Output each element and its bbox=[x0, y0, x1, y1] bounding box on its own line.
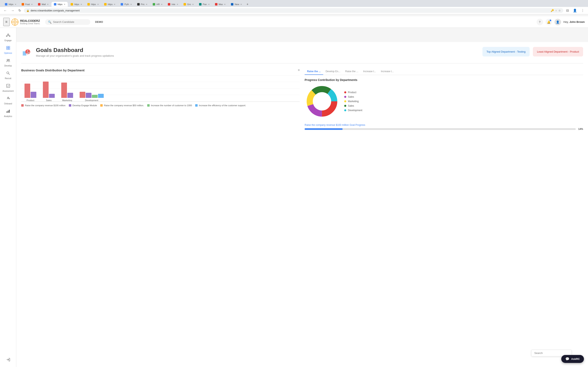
hamburger-menu[interactable]: ≡ bbox=[3, 18, 9, 26]
tab-1[interactable]: https ✕ bbox=[2, 2, 19, 7]
sidebar-item-develop[interactable]: Develop bbox=[0, 56, 16, 69]
svg-rect-13 bbox=[8, 48, 10, 50]
address-bar-row: ← → ↻ 🔒 demo.rcteambuilder.com/goals_man… bbox=[0, 7, 588, 14]
progress-percentage: 14% bbox=[578, 128, 583, 131]
top-dept-card: Top Aligned Department - Testing bbox=[483, 47, 530, 57]
progress-label: Raise the company revenue $100 million G… bbox=[305, 124, 583, 126]
sidebar-item-assessment[interactable]: Assessment bbox=[0, 82, 16, 94]
svg-point-2 bbox=[14, 21, 16, 23]
bar-dev-blue bbox=[98, 94, 104, 98]
goal-tab-1[interactable]: Develop En... bbox=[323, 68, 343, 75]
notification-dot bbox=[550, 20, 551, 21]
donut-section: Product Sales Marketing Sales bbox=[305, 84, 583, 119]
tab-6[interactable]: https ✕ bbox=[85, 2, 101, 7]
sidebar-item-optimize[interactable]: Optimize bbox=[0, 44, 16, 56]
legend-dot-sales-dark bbox=[344, 105, 346, 107]
search-bar[interactable]: 🔍 bbox=[45, 19, 90, 25]
tab-7[interactable]: https ✕ bbox=[102, 2, 118, 7]
onboard-icon bbox=[6, 96, 10, 102]
tab-pric[interactable]: Pric ✕ bbox=[135, 2, 150, 7]
bar-dev-purple bbox=[86, 93, 91, 98]
address-bar[interactable]: 🔒 demo.rcteambuilder.com/goals_managemen… bbox=[24, 8, 563, 13]
department-cards: Top Aligned Department - Testing Least A… bbox=[483, 47, 583, 57]
forward-button[interactable]: → bbox=[10, 8, 16, 13]
bar-dev-green bbox=[92, 95, 98, 98]
logo-text: REALCODERZ Building Great Teams. bbox=[20, 19, 40, 25]
tab-new[interactable]: New ✕ bbox=[228, 2, 244, 7]
progress-track bbox=[305, 128, 576, 130]
goal-tabs: Raise the ... Develop En... Raise the ..… bbox=[305, 68, 583, 75]
bar-group-marketing bbox=[61, 83, 73, 98]
chart-title: Business Goals Distribution by Departmen… bbox=[21, 68, 85, 72]
legend-dot-sales bbox=[344, 96, 346, 98]
askrc-button[interactable]: 💬 AskRC bbox=[561, 355, 584, 363]
bar-chart-section: Business Goals Distribution by Departmen… bbox=[21, 68, 300, 131]
goal-tab-2[interactable]: Raise the ... bbox=[343, 68, 361, 75]
bar-group-development bbox=[80, 92, 104, 98]
donut-title: Progress Contribution by Departments bbox=[305, 78, 583, 82]
sidebar-item-engage[interactable]: Engage bbox=[0, 31, 16, 44]
svg-rect-20 bbox=[8, 110, 9, 113]
sidebar-item-onboard[interactable]: Onboard bbox=[0, 94, 16, 107]
url-text: demo.rcteambuilder.com/goals_management bbox=[31, 9, 80, 12]
tab-feat[interactable]: Feat ✕ bbox=[19, 2, 35, 7]
share-icon: ↑ bbox=[555, 9, 557, 12]
tab-5[interactable]: https ✕ bbox=[68, 2, 85, 7]
sidebar-item-recruit[interactable]: Recruit bbox=[0, 69, 16, 82]
new-tab-button[interactable]: + bbox=[245, 2, 250, 7]
tab-inte[interactable]: Inte ✕ bbox=[165, 2, 181, 7]
svg-point-4 bbox=[14, 24, 15, 25]
legend-item-2: Develop Engage Module bbox=[69, 104, 97, 107]
bar-sales: Sales bbox=[43, 82, 55, 101]
gridline-1 bbox=[21, 75, 300, 75]
bar-sales-purple bbox=[49, 94, 55, 98]
donut-legend-product: Product bbox=[344, 91, 362, 94]
goal-tab-4[interactable]: Increase t... bbox=[378, 68, 396, 75]
profile-button[interactable]: 👤 bbox=[572, 8, 578, 13]
legend-dot-3 bbox=[100, 104, 103, 107]
menu-button[interactable]: ⋮ bbox=[580, 8, 586, 13]
legend-item-3: Raise the company revenue $50 million. bbox=[100, 104, 144, 107]
goal-tab-3[interactable]: Increase t... bbox=[361, 68, 379, 75]
tab-gro[interactable]: Gro ✕ bbox=[181, 2, 196, 7]
tab-hr[interactable]: HR ✕ bbox=[150, 2, 165, 7]
key-icon: 🔑 bbox=[551, 9, 554, 12]
svg-rect-21 bbox=[9, 110, 10, 113]
search-input[interactable] bbox=[53, 20, 87, 24]
askrc-icon: 💬 bbox=[565, 357, 570, 361]
notifications-button[interactable]: 🔔 bbox=[545, 19, 552, 25]
donut-legend: Product Sales Marketing Sales bbox=[344, 91, 362, 112]
help-button[interactable]: ? bbox=[536, 19, 543, 25]
sidebar-toggle[interactable]: ⊟ bbox=[565, 8, 570, 13]
bar-product-pink bbox=[25, 83, 30, 98]
progress-fill bbox=[305, 128, 343, 130]
bar-dev-pink bbox=[80, 92, 85, 98]
user-avatar[interactable]: 👤 bbox=[554, 19, 561, 25]
back-button[interactable]: ← bbox=[2, 8, 8, 13]
svg-point-7 bbox=[8, 34, 9, 35]
bar-group-sales bbox=[43, 82, 55, 98]
legend-label-sales: Sales bbox=[348, 95, 354, 98]
sidebar-item-analytics[interactable]: Analytics bbox=[0, 107, 16, 119]
goal-tab-0[interactable]: Raise the ... bbox=[305, 68, 323, 75]
tab-mas[interactable]: Mas ✕ bbox=[213, 2, 228, 7]
tab-mail[interactable]: Mail ✕ bbox=[35, 2, 51, 7]
engage-icon bbox=[6, 33, 10, 39]
progress-row: 14% bbox=[305, 128, 583, 131]
develop-icon bbox=[6, 58, 10, 64]
logout-button[interactable] bbox=[4, 356, 12, 364]
tab-pan[interactable]: Pan ✕ bbox=[197, 2, 212, 7]
reload-button[interactable]: ↻ bbox=[17, 8, 22, 13]
chart-menu-icon[interactable]: ≡ bbox=[298, 68, 300, 72]
donut-svg bbox=[305, 84, 339, 119]
tab-active[interactable]: https ✕ bbox=[52, 2, 68, 7]
dashboard-title-area: Goals Dashboard Manage all your organiza… bbox=[36, 47, 483, 57]
tab-pyth[interactable]: Pyth ✕ bbox=[118, 2, 134, 7]
legend-dot-product bbox=[344, 91, 346, 93]
svg-rect-12 bbox=[8, 46, 10, 48]
legend-item-1: Raise the company revenue $100 million bbox=[21, 104, 66, 107]
legend-label-sales-dark: Sales bbox=[348, 104, 354, 107]
bar-label-product: Product bbox=[26, 99, 34, 101]
legend-label-product: Product bbox=[348, 91, 356, 94]
bottom-search-input[interactable] bbox=[534, 351, 569, 355]
